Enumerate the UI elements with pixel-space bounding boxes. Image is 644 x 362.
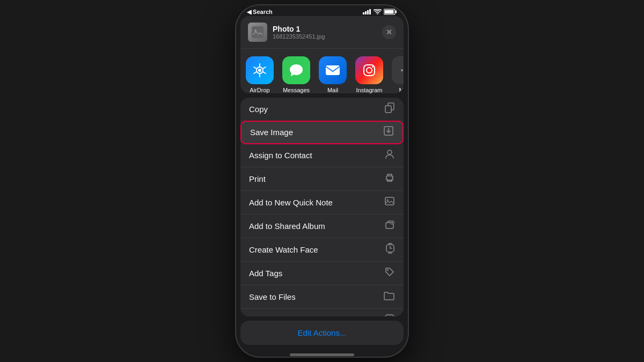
edit-actions-button[interactable]: Edit Actions... [240, 321, 404, 345]
more-icon [392, 56, 404, 84]
assign-contact-icon [384, 149, 395, 162]
create-watch-face-action[interactable]: Create Watch Face [240, 238, 404, 262]
status-icons [363, 9, 397, 15]
assign-contact-action[interactable]: Assign to Contact [240, 144, 404, 167]
app-mail[interactable]: Mail [319, 56, 347, 93]
svg-point-15 [401, 69, 403, 71]
status-bar: ◀ Search [236, 5, 408, 16]
svg-rect-6 [385, 10, 394, 14]
photo-title: Photo 1 [273, 25, 377, 33]
svg-rect-19 [385, 106, 391, 113]
svg-rect-11 [326, 65, 340, 75]
signal-icon [363, 9, 371, 14]
edit-actions-container: Edit Actions... [240, 321, 404, 345]
add-tags-action[interactable]: Add Tags [240, 262, 404, 285]
more-label: More [399, 87, 404, 93]
save-pinterest-label: Save to Pinterest [249, 316, 310, 316]
phone-frame: ◀ Search [236, 5, 408, 357]
share-sheet: Photo 1 1681235352451.jpg ✕ [240, 16, 404, 93]
close-button[interactable]: ✕ [382, 25, 396, 39]
add-shared-album-icon [384, 219, 395, 233]
save-image-icon [383, 125, 394, 139]
add-quick-note-action[interactable]: Add to New Quick Note [240, 191, 404, 215]
save-image-action[interactable]: Save Image [240, 121, 404, 144]
wifi-icon [374, 9, 382, 15]
print-icon [384, 172, 395, 186]
apps-row: AirDrop Messages [240, 49, 404, 93]
svg-rect-30 [385, 315, 394, 316]
copy-icon [384, 102, 395, 116]
add-quick-note-label: Add to New Quick Note [249, 198, 333, 207]
save-files-icon [383, 291, 395, 303]
svg-point-10 [258, 69, 261, 72]
messages-label: Messages [283, 87, 310, 93]
svg-point-13 [367, 68, 372, 73]
svg-rect-3 [369, 9, 371, 14]
copy-label: Copy [249, 105, 268, 114]
share-header: Photo 1 1681235352451.jpg ✕ [240, 16, 404, 49]
add-shared-album-label: Add to Shared Album [249, 221, 325, 231]
save-files-label: Save to Files [249, 292, 296, 301]
svg-rect-7 [252, 26, 264, 38]
messages-icon [282, 56, 310, 84]
svg-rect-5 [396, 11, 397, 13]
create-watch-face-icon [385, 242, 395, 257]
app-more[interactable]: More [392, 56, 404, 93]
svg-rect-24 [385, 197, 394, 205]
home-indicator [290, 353, 354, 356]
save-pinterest-icon [384, 314, 395, 316]
save-files-action[interactable]: Save to Files [240, 285, 404, 309]
assign-contact-label: Assign to Contact [249, 151, 312, 160]
instagram-label: Instagram [356, 87, 383, 93]
app-instagram[interactable]: Instagram [355, 56, 383, 93]
back-button[interactable]: ◀ Search [247, 9, 273, 16]
photo-info: Photo 1 1681235352451.jpg [273, 25, 377, 40]
instagram-icon [355, 56, 383, 84]
svg-rect-0 [363, 12, 364, 14]
photo-subtitle: 1681235352451.jpg [273, 33, 377, 40]
battery-icon [384, 9, 397, 15]
svg-point-25 [387, 199, 389, 201]
svg-point-23 [392, 177, 393, 178]
airdrop-label: AirDrop [250, 87, 269, 93]
main-content: Photo 1 1681235352451.jpg ✕ [236, 16, 408, 349]
add-tags-label: Add Tags [249, 269, 282, 278]
app-messages[interactable]: Messages [282, 56, 310, 93]
action-list: Copy Save Image [240, 98, 404, 316]
svg-point-21 [387, 150, 392, 154]
svg-rect-2 [367, 10, 369, 14]
mail-icon [319, 56, 347, 84]
save-pinterest-action[interactable]: Save to Pinterest [240, 309, 404, 316]
copy-action[interactable]: Copy [240, 98, 404, 121]
airdrop-icon [246, 56, 274, 84]
add-quick-note-icon [384, 196, 395, 209]
print-label: Print [249, 174, 266, 183]
svg-rect-1 [365, 11, 367, 14]
create-watch-face-label: Create Watch Face [249, 245, 318, 254]
print-action[interactable]: Print [240, 167, 404, 191]
photo-thumbnail [248, 23, 267, 42]
add-tags-icon [384, 267, 395, 280]
mail-label: Mail [327, 87, 338, 93]
app-airdrop[interactable]: AirDrop [246, 56, 274, 93]
add-shared-album-action[interactable]: Add to Shared Album [240, 215, 404, 238]
save-image-label: Save Image [250, 128, 293, 137]
svg-point-29 [387, 269, 389, 271]
svg-point-14 [372, 66, 374, 68]
